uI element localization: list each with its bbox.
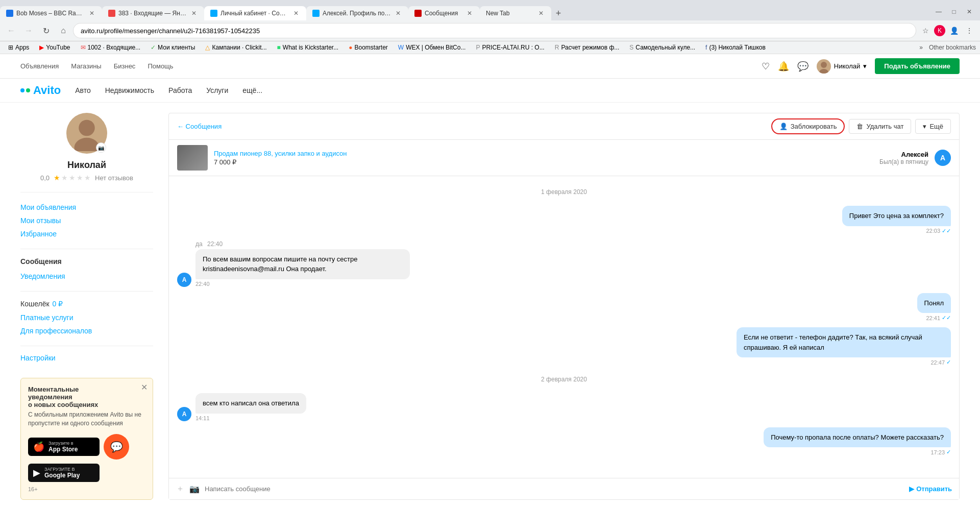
home-button[interactable]: ⌂ <box>56 23 70 38</box>
message-row-2: A да 22:40 По всем вашим вопросам пишите… <box>177 240 951 287</box>
menu-icon[interactable]: ⋮ <box>963 24 976 37</box>
nav-link-more[interactable]: ещё... <box>242 86 262 94</box>
header-link-stores[interactable]: Магазины <box>71 62 102 70</box>
messages-section-title: Сообщения <box>20 257 153 266</box>
header-link-business[interactable]: Бизнес <box>114 62 136 70</box>
bookmark-nikolai[interactable]: f (3) Николай Тишков <box>701 42 770 53</box>
maximize-button[interactable]: □ <box>947 5 961 18</box>
star-4: ★ <box>77 174 83 182</box>
nav-link-auto[interactable]: Авто <box>75 86 91 94</box>
bookmarks-more[interactable]: » <box>919 44 923 51</box>
other-bookmarks[interactable]: Other bookmarks <box>929 44 976 51</box>
header-chevron-icon: ▾ <box>863 62 867 70</box>
tab-title-3: Личный кабинет · Сообщения <box>220 10 289 17</box>
bookmark-mail[interactable]: ✉ 1002 · Входящие... <box>77 42 145 53</box>
post-ad-button[interactable]: Подать объявление <box>875 58 960 74</box>
notification-close-button[interactable]: ✕ <box>141 382 148 392</box>
bookmark-wex[interactable]: W WEX | Обмен BitCo... <box>394 42 470 53</box>
address-bar[interactable] <box>74 23 916 38</box>
header-link-help[interactable]: Помощь <box>148 62 173 70</box>
message-bubble-4: Если не ответит - телефон дадите? Так, н… <box>737 327 951 366</box>
sidebar-link-settings[interactable]: Настройки <box>20 351 153 365</box>
tab-5[interactable]: Сообщения ✕ <box>408 6 480 20</box>
messages-bubble-icon[interactable]: 💬 <box>797 61 808 72</box>
header-username: Николай <box>834 62 861 70</box>
bookmark-label-wex: WEX | Обмен BitCo... <box>406 44 465 51</box>
nav-link-jobs[interactable]: Работа <box>168 86 192 94</box>
back-to-messages-link[interactable]: ← Сообщения <box>177 123 222 130</box>
message-time-2: 22:40 <box>195 281 410 287</box>
bookmark-price[interactable]: P PRICE-ALTAI.RU : О... <box>472 42 548 53</box>
sidebar-link-my-reviews[interactable]: Мои отзывы <box>20 214 153 227</box>
notifications-bell-icon[interactable]: 🔔 <box>778 61 789 72</box>
tab-close-2[interactable]: ✕ <box>190 9 198 17</box>
bookmark-campaigns[interactable]: △ Кампании · Clickit... <box>201 42 271 53</box>
app-store-badge[interactable]: 🍎 Загрузите в App Store <box>28 438 100 456</box>
tab-close-6[interactable]: ✕ <box>537 9 545 17</box>
tab-title-4: Алексей. Профиль пользовате... <box>323 10 391 17</box>
bookmark-star-icon[interactable]: ☆ <box>919 24 932 37</box>
bookmark-rashet[interactable]: R Расчет режимов ф... <box>551 42 624 53</box>
sidebar-link-notifications[interactable]: Уведомления <box>20 270 153 283</box>
message-input[interactable] <box>205 485 904 493</box>
close-window-button[interactable]: ✕ <box>963 5 976 18</box>
tab-close-3[interactable]: ✕ <box>292 9 300 17</box>
forward-button[interactable]: → <box>21 23 36 38</box>
rashet-icon: R <box>555 44 559 51</box>
tab-3[interactable]: Личный кабинет · Сообщения ✕ <box>204 6 306 20</box>
bookmark-boomstarter[interactable]: ● Boomstarter <box>345 42 392 53</box>
block-user-button[interactable]: 👤 Заблокировать <box>771 118 845 134</box>
logo-text: Avito <box>33 84 61 97</box>
listing-info: Продам пионер 88, усилки запко и аудисон… <box>214 150 873 166</box>
attachment-plus-icon[interactable]: ＋ <box>176 484 184 494</box>
sidebar-link-favorites[interactable]: Избранное <box>20 227 153 240</box>
nav-link-services[interactable]: Услуги <box>206 86 228 94</box>
tab-close-1[interactable]: ✕ <box>88 9 96 17</box>
camera-chat-icon[interactable]: 📷 <box>189 484 200 494</box>
tab-close-4[interactable]: ✕ <box>394 9 402 17</box>
tab-6[interactable]: New Tab ✕ <box>480 6 551 20</box>
listing-thumbnail[interactable] <box>177 145 208 171</box>
user-menu[interactable]: Николай ▾ <box>817 59 867 74</box>
google-play-badge[interactable]: ▶ ЗАГРУЗИТЕ В Google Play <box>28 464 100 482</box>
back-button[interactable]: ← <box>4 23 18 38</box>
sender-avatar-2: A <box>177 273 191 287</box>
minimize-button[interactable]: — <box>932 5 945 18</box>
tab-close-5[interactable]: ✕ <box>465 9 474 17</box>
sidebar-link-paid-services[interactable]: Платные услуги <box>20 311 153 324</box>
header-link-ads[interactable]: Объявления <box>20 62 59 70</box>
tab-1[interactable]: Bob Moses – BBC Radio 1 Es... ✕ <box>0 6 102 20</box>
messages-area[interactable]: 1 февраля 2020 Привет Это цена за компле… <box>169 176 959 478</box>
send-message-button[interactable]: ▶ Отправить <box>909 485 952 493</box>
tab-2[interactable]: 383 · Входящие — Яндекс.Поч... ✕ <box>102 6 204 20</box>
svg-point-0 <box>821 62 827 68</box>
message-bubble-1: Привет Это цена за комплект? 22:03 ✓✓ <box>842 206 951 234</box>
listing-title[interactable]: Продам пионер 88, усилки запко и аудисон <box>214 150 873 157</box>
delete-chat-button[interactable]: 🗑 Удалить чат <box>849 119 911 134</box>
new-tab-button[interactable]: + <box>551 6 566 20</box>
avito-logo[interactable]: Avito <box>20 84 61 97</box>
chat-input-area: ＋ 📷 ▶ Отправить <box>169 478 959 499</box>
nav-link-realty[interactable]: Недвижимость <box>105 86 154 94</box>
bookmark-youtube[interactable]: ▶ YouTube <box>35 42 74 53</box>
browser-tabs-bar: Bob Moses – BBC Radio 1 Es... ✕ 383 · Вх… <box>0 0 980 20</box>
bookmark-cooler[interactable]: S Самодельный куле... <box>625 42 699 53</box>
bookmark-label-kickstarter: What is Kickstarter... <box>283 44 338 51</box>
more-options-button[interactable]: ▾ Ещё <box>915 119 951 134</box>
bookmark-kickstarter[interactable]: ■ What is Kickstarter... <box>273 42 343 53</box>
bookmark-clients[interactable]: ✓ Мои клиенты <box>146 42 199 53</box>
reload-button[interactable]: ↻ <box>39 23 53 38</box>
tab-title-2: 383 · Входящие — Яндекс.Поч... <box>118 10 187 17</box>
change-avatar-button[interactable]: 📷 <box>96 142 106 153</box>
extensions-icon[interactable]: K <box>934 25 945 36</box>
message-row-4: Если не ответит - телефон дадите? Так, н… <box>177 327 951 366</box>
sidebar-link-my-ads[interactable]: Мои объявления <box>20 201 153 214</box>
star-1: ★ <box>54 174 60 182</box>
read-check-3: ✓✓ <box>942 315 951 321</box>
favorites-heart-icon[interactable]: ♡ <box>762 61 770 72</box>
bookmark-apps[interactable]: ⊞ Apps <box>4 42 33 53</box>
profile-icon[interactable]: 👤 <box>947 24 961 37</box>
sidebar-link-for-pros[interactable]: Для профессионалов <box>20 324 153 337</box>
tab-4[interactable]: Алексей. Профиль пользовате... ✕ <box>306 6 408 20</box>
message-bubble-2: да 22:40 По всем вашим вопросам пишите н… <box>195 240 410 287</box>
